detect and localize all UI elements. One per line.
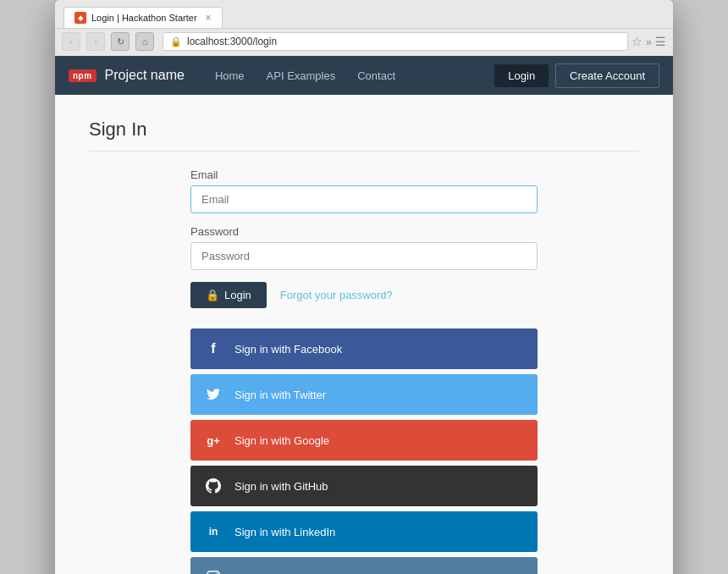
github-signin-button[interactable]: Sign in with GitHub xyxy=(190,466,538,506)
refresh-button[interactable]: ↻ xyxy=(111,32,130,51)
twitter-signin-label: Sign in with Twitter xyxy=(234,389,326,401)
password-form-group: Password xyxy=(190,225,538,270)
nav-link-contact[interactable]: Contact xyxy=(347,56,405,95)
tab-favicon: ◆ xyxy=(74,12,86,24)
app-nav-links: Home API Examples Contact xyxy=(205,56,494,95)
address-bar[interactable]: 🔒 localhost:3000/login xyxy=(163,32,628,51)
app-brand: Project name xyxy=(105,68,185,83)
address-bar-row: ‹ › ↻ ⌂ 🔒 localhost:3000/login ☆ » ☰ xyxy=(55,29,673,56)
back-button[interactable]: ‹ xyxy=(62,32,80,51)
address-lock-icon: 🔒 xyxy=(170,36,182,47)
tab-close-button[interactable]: × xyxy=(206,12,212,24)
login-submit-label: Login xyxy=(224,289,251,301)
menu-icon[interactable]: ☰ xyxy=(655,35,666,48)
active-tab[interactable]: ◆ Login | Hackathon Starter × xyxy=(63,7,223,28)
password-input[interactable] xyxy=(190,242,538,270)
instagram-icon xyxy=(202,566,224,574)
browser-titlebar: ◆ Login | Hackathon Starter × xyxy=(55,0,673,29)
linkedin-signin-button[interactable]: in Sign in with LinkedIn xyxy=(190,511,538,552)
tab-title: Login | Hackathon Starter xyxy=(91,13,197,23)
home-button[interactable]: ⌂ xyxy=(135,32,154,51)
instagram-signin-button[interactable]: Sign in with Instagram xyxy=(190,557,538,574)
facebook-icon: f xyxy=(202,338,224,360)
twitter-signin-button[interactable]: Sign in with Twitter xyxy=(190,374,538,415)
login-nav-button[interactable]: Login xyxy=(494,64,549,87)
npm-badge: npm xyxy=(69,69,97,82)
login-submit-button[interactable]: 🔒 Login xyxy=(190,282,267,308)
google-signin-button[interactable]: g+ Sign in with Google xyxy=(190,420,538,461)
lock-icon: 🔒 xyxy=(206,289,219,301)
main-content: Sign In Email Password 🔒 Login Forgot yo… xyxy=(55,95,673,574)
social-buttons-container: f Sign in with Facebook Sign in with Twi… xyxy=(190,328,538,574)
facebook-signin-label: Sign in with Facebook xyxy=(234,343,342,356)
email-form-group: Email xyxy=(190,168,538,213)
create-account-nav-button[interactable]: Create Account xyxy=(555,63,659,88)
github-signin-label: Sign in with GitHub xyxy=(234,480,328,493)
nav-link-home[interactable]: Home xyxy=(205,56,255,95)
facebook-signin-button[interactable]: f Sign in with Facebook xyxy=(190,328,538,369)
bookmark-star-icon[interactable]: ☆ xyxy=(631,35,643,48)
google-icon: g+ xyxy=(202,429,224,451)
form-actions: 🔒 Login Forgot your password? xyxy=(190,282,538,308)
login-form-section: Email Password 🔒 Login Forgot your passw… xyxy=(190,168,538,574)
instagram-signin-label: Sign in with Instagram xyxy=(234,571,343,575)
email-input[interactable] xyxy=(190,185,538,213)
twitter-icon xyxy=(202,384,224,406)
google-signin-label: Sign in with Google xyxy=(234,434,329,447)
browser-window: ◆ Login | Hackathon Starter × ‹ › ↻ ⌂ 🔒 … xyxy=(55,0,673,574)
app-navbar: npm Project name Home API Examples Conta… xyxy=(55,56,673,95)
forward-button[interactable]: › xyxy=(86,32,105,51)
github-icon xyxy=(202,475,224,497)
password-label: Password xyxy=(190,225,538,238)
linkedin-signin-label: Sign in with LinkedIn xyxy=(234,526,335,538)
linkedin-icon: in xyxy=(202,521,224,543)
page-title: Sign In xyxy=(89,119,639,152)
app-nav-actions: Login Create Account xyxy=(494,63,659,88)
email-label: Email xyxy=(190,168,538,181)
extensions-icon[interactable]: » xyxy=(646,36,652,48)
address-url: localhost:3000/login xyxy=(187,36,277,47)
forgot-password-link[interactable]: Forgot your password? xyxy=(280,289,393,301)
tab-bar: ◆ Login | Hackathon Starter × xyxy=(63,7,665,28)
nav-link-api-examples[interactable]: API Examples xyxy=(256,56,346,95)
